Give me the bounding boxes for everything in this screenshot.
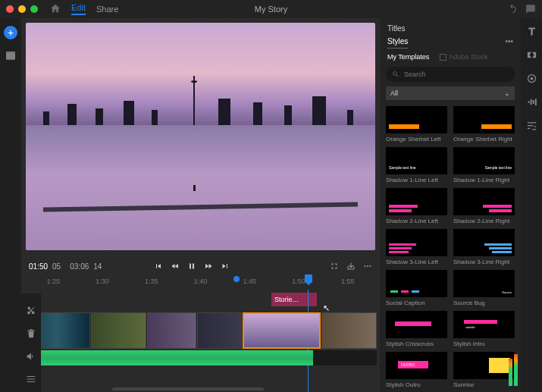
template-item[interactable]: Stylish Crisscross xyxy=(386,311,447,347)
svg-point-6 xyxy=(530,77,533,80)
template-item[interactable]: subtitleStylish Intro xyxy=(453,311,515,347)
project-assets-icon[interactable] xyxy=(5,50,17,62)
skip-back-icon[interactable] xyxy=(154,262,163,271)
template-label: Sunrise xyxy=(453,381,515,388)
more-icon[interactable] xyxy=(363,262,372,271)
add-media-button[interactable]: + xyxy=(4,26,17,39)
titles-tool-icon[interactable] xyxy=(526,26,537,37)
maximize-window-icon[interactable] xyxy=(30,5,38,13)
audio-track[interactable] xyxy=(24,350,377,365)
titles-panel: Titles Styles ••• My Templates Adobe Sto… xyxy=(380,18,521,392)
template-label: Orange Sherbet Right xyxy=(453,136,515,143)
skip-forward-icon[interactable] xyxy=(221,262,230,271)
video-clip[interactable] xyxy=(91,312,146,349)
forward-icon[interactable] xyxy=(204,262,213,271)
right-toolbar xyxy=(521,18,542,392)
template-item[interactable]: Sample text lineShadow 1-Line Right xyxy=(453,147,515,183)
panel-tab-titles[interactable]: Titles xyxy=(387,24,513,33)
template-label: Orange Sherbet Left xyxy=(386,136,447,143)
template-label: Stylish Intro xyxy=(453,340,515,347)
playhead-marker[interactable] xyxy=(233,276,240,282)
svg-point-3 xyxy=(367,265,368,267)
project-title: My Story xyxy=(255,5,287,14)
chevron-down-icon: ⌄ xyxy=(504,89,510,97)
titlebar: Edit Share My Story xyxy=(0,0,542,18)
template-label: Source Bug xyxy=(453,299,515,306)
comment-icon[interactable] xyxy=(525,4,536,14)
adjust-icon[interactable] xyxy=(526,120,537,131)
color-icon[interactable] xyxy=(526,73,537,84)
audio-meter xyxy=(509,340,519,386)
tab-edit[interactable]: Edit xyxy=(71,3,86,15)
playback-controls: 01:50 05 03:06 14 xyxy=(21,255,380,278)
template-label: Shadow 3-Line Right xyxy=(453,259,515,265)
template-item[interactable]: Sunrise xyxy=(453,352,515,388)
timecode: 01:50 05 03:06 14 xyxy=(29,262,102,271)
export-icon[interactable] xyxy=(346,262,356,271)
rewind-icon[interactable] xyxy=(171,262,180,271)
template-label: Shadow 1-Line Left xyxy=(386,177,447,183)
timeline-ruler[interactable]: 1:251:301:351:401:451:501:55 xyxy=(21,278,380,290)
search-icon xyxy=(392,71,399,78)
templates-grid: Orange Sherbet LeftOrange Sherbet RightS… xyxy=(380,103,521,392)
list-icon[interactable] xyxy=(26,374,36,384)
template-item[interactable]: Shadow 3-Line Left xyxy=(386,229,447,265)
home-button[interactable] xyxy=(50,3,61,15)
video-clip[interactable] xyxy=(321,312,377,349)
template-label: Stylish Crisscross xyxy=(386,340,447,347)
template-label: Stylish Outro xyxy=(386,381,447,388)
template-item[interactable]: Sample text lineShadow 1-Line Left xyxy=(386,147,447,183)
template-label: Shadow 2-Line Left xyxy=(386,218,447,224)
template-item[interactable]: Shadow 2-Line Right xyxy=(453,188,515,224)
fullscreen-icon[interactable] xyxy=(330,262,339,271)
template-item[interactable]: Orange Sherbet Right xyxy=(453,106,515,143)
center-area: 01:50 05 03:06 14 1:251:301:351:401:451:… xyxy=(21,18,380,392)
tab-share[interactable]: Share xyxy=(96,5,118,14)
video-clip-selected[interactable] xyxy=(243,312,321,349)
panel-more-icon[interactable]: ••• xyxy=(505,37,513,45)
subtab-adobe-stock[interactable]: Adobe Stock xyxy=(440,53,487,61)
timeline[interactable]: Storie… ↖ xyxy=(21,290,380,392)
title-clip[interactable]: Storie… xyxy=(271,293,317,306)
audio-icon[interactable] xyxy=(526,96,537,108)
pause-icon[interactable] xyxy=(187,262,196,271)
trash-icon[interactable] xyxy=(26,328,36,339)
template-item[interactable]: SourceSource Bug xyxy=(453,270,515,306)
search-box[interactable] xyxy=(386,67,515,82)
template-item[interactable]: OUTROStylish Outro xyxy=(386,352,447,388)
filter-dropdown[interactable]: All⌄ xyxy=(386,86,515,100)
window-controls xyxy=(6,5,38,13)
search-input[interactable] xyxy=(404,71,509,78)
svg-point-4 xyxy=(370,265,371,267)
left-toolbar: + xyxy=(0,18,21,392)
close-window-icon[interactable] xyxy=(6,5,14,13)
template-label: Shadow 1-Line Right xyxy=(453,177,515,183)
scissors-icon[interactable] xyxy=(26,306,36,316)
undo-icon[interactable] xyxy=(507,4,518,14)
volume-icon[interactable] xyxy=(26,351,36,362)
transitions-icon[interactable] xyxy=(526,49,537,61)
panel-tab-styles[interactable]: Styles xyxy=(387,37,408,49)
template-item[interactable]: Shadow 2-Line Left xyxy=(386,188,447,224)
video-clip[interactable] xyxy=(147,312,197,349)
timeline-scrollbar[interactable] xyxy=(112,387,264,390)
template-label: Shadow 2-Line Right xyxy=(453,218,515,224)
template-item[interactable]: Shadow 3-Line Right xyxy=(453,229,515,265)
template-item[interactable]: Social Caption xyxy=(386,270,447,306)
svg-rect-1 xyxy=(6,52,15,52)
video-preview[interactable] xyxy=(26,23,375,250)
template-item[interactable]: Orange Sherbet Left xyxy=(386,106,447,143)
svg-point-2 xyxy=(365,265,366,267)
video-track xyxy=(24,312,377,349)
template-label: Shadow 3-Line Left xyxy=(386,259,447,265)
svg-rect-0 xyxy=(6,52,15,59)
minimize-window-icon[interactable] xyxy=(18,5,26,13)
timeline-tools xyxy=(21,293,41,392)
template-label: Social Caption xyxy=(386,299,447,306)
subtab-my-templates[interactable]: My Templates xyxy=(387,53,429,61)
video-clip[interactable] xyxy=(197,312,242,349)
